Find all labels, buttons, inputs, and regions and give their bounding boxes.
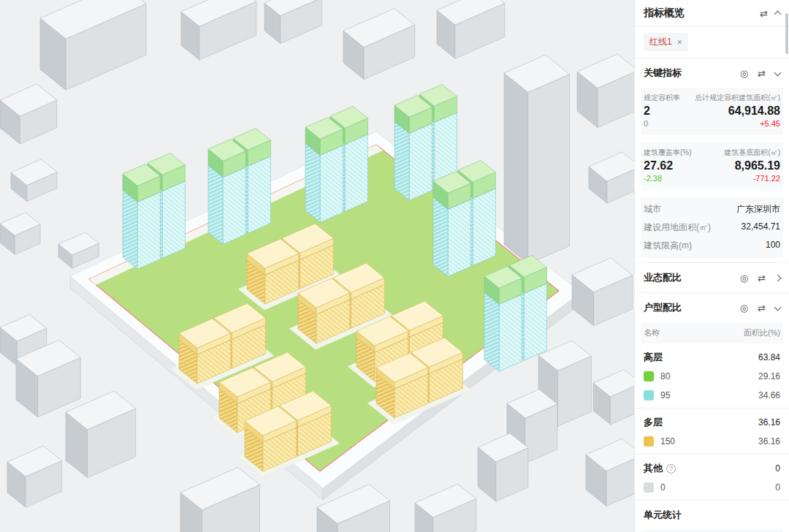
group-multistory: 多层 36.16 (635, 408, 789, 432)
info-row-city: 城市 广东深圳市 (644, 200, 780, 218)
legend-label: 150 (660, 436, 752, 446)
redline-tag-label: 红线1 (649, 36, 672, 48)
metric-label: 规定容积率 (644, 93, 680, 103)
tag-close-icon[interactable]: × (677, 38, 682, 47)
collapse-panel-icon[interactable] (774, 11, 782, 18)
metric-delta: -771.22 (753, 173, 780, 184)
legend-row[interactable]: 0 0 (635, 478, 789, 497)
target-icon[interactable]: ◎ (740, 303, 748, 313)
legend-swatch (644, 436, 654, 446)
target-icon[interactable]: ◎ (740, 273, 748, 283)
legend-label: 95 (660, 390, 752, 400)
legend-row[interactable]: 95 34.66 (635, 386, 789, 405)
compare-icon[interactable]: ⇄ (758, 69, 766, 78)
legend-swatch (644, 390, 654, 400)
info-value: 32,454.71 (742, 221, 780, 234)
site-info-card: 城市 广东深圳市 建设用地面积(㎡) 32,454.71 建筑限高(m) 100 (641, 197, 783, 258)
info-value: 100 (766, 240, 780, 252)
chevron-down-icon[interactable] (774, 69, 782, 76)
column-name: 名称 (644, 327, 660, 338)
legend-label: 80 (660, 371, 752, 381)
section-format-ratio: 业态配比 ◎ ⇄ (635, 263, 789, 292)
section-key-metrics-title: 关键指标 (644, 66, 740, 80)
metric-delta: +5.45 (760, 118, 780, 129)
swap-panel-icon[interactable]: ⇄ (760, 9, 768, 18)
help-icon[interactable]: ? (666, 464, 676, 474)
metric-card-far: 规定容积率 总计规定容积建筑面积(㎡) 2 64,914.88 0 +5.45 (641, 88, 783, 135)
info-row-land-area: 建设用地面积(㎡) 32,454.71 (644, 218, 780, 237)
group-total: 36.16 (758, 417, 780, 428)
group-name-text: 其他 (644, 462, 663, 475)
legend-value: 0 (775, 482, 780, 493)
compare-icon[interactable]: ⇄ (758, 273, 766, 283)
legend-label: 0 (660, 482, 769, 493)
legend-swatch (644, 371, 654, 381)
legend-value: 34.66 (758, 390, 780, 400)
group-name: 高层 (644, 351, 663, 364)
compare-icon[interactable]: ⇄ (758, 303, 766, 313)
app-window: 指标概览 ⇄ 红线1 × 关键指标 ◎ ⇄ 规定容积率 (0, 0, 789, 532)
unit-type-table-header: 名称 面积比(%) (641, 322, 783, 343)
section-unit-type-ratio: 户型配比 ◎ ⇄ (635, 293, 789, 322)
legend-row[interactable]: 80 29.16 (635, 367, 789, 386)
section-format-ratio-title: 业态配比 (644, 271, 740, 284)
info-label: 建设用地面积(㎡) (644, 221, 711, 234)
redline-tag[interactable]: 红线1 × (644, 33, 688, 51)
info-value: 广东深圳市 (736, 203, 780, 216)
legend-row[interactable]: 150 36.16 (635, 432, 789, 451)
legend-swatch (644, 482, 654, 493)
metric-card-coverage: 建筑覆盖率(%) 建筑基底面积(㎡) 27.62 8,965.19 -2.38 … (641, 142, 783, 190)
group-name: 多层 (644, 416, 663, 429)
indicator-overview-panel: 指标概览 ⇄ 红线1 × 关键指标 ◎ ⇄ 规定容积率 (634, 0, 789, 532)
group-highrise: 高层 63.84 (635, 343, 789, 367)
metric-label: 建筑覆盖率(%) (644, 148, 692, 158)
chevron-right-icon[interactable] (774, 274, 782, 281)
info-label: 建筑限高(m) (644, 240, 692, 252)
metric-delta: -2.38 (644, 173, 662, 184)
group-other: 其他 ? 0 (635, 455, 789, 478)
metric-delta: 0 (644, 118, 648, 129)
group-name: 其他 ? (644, 462, 676, 475)
legend-value: 29.16 (758, 371, 780, 381)
section-key-metrics: 关键指标 ◎ ⇄ (635, 58, 789, 88)
section-unit-statistics-title: 单元统计 (644, 509, 780, 522)
section-unit-statistics: 单元统计 (635, 501, 789, 530)
metric-label: 总计规定容积建筑面积(㎡) (695, 93, 780, 103)
info-row-height-limit: 建筑限高(m) 100 (644, 237, 780, 255)
metric-value: 27.62 (644, 158, 673, 173)
chevron-down-icon[interactable] (774, 303, 782, 311)
target-icon[interactable]: ◎ (740, 69, 748, 78)
panel-title: 指标概览 (644, 7, 685, 20)
metric-value: 64,914.88 (728, 103, 780, 118)
panel-scrollbar[interactable] (785, 13, 788, 54)
city-3d-scene[interactable] (0, 0, 634, 532)
section-unit-type-ratio-title: 户型配比 (644, 301, 740, 314)
info-label: 城市 (644, 203, 661, 216)
metric-value: 8,965.19 (735, 158, 780, 173)
group-total: 63.84 (758, 352, 780, 362)
legend-value: 36.16 (758, 436, 780, 446)
city-3d-viewport[interactable] (0, 0, 634, 532)
metric-label: 建筑基底面积(㎡) (724, 148, 780, 158)
metric-value: 2 (644, 103, 650, 118)
column-ratio: 面积比(%) (744, 327, 780, 338)
group-total: 0 (775, 463, 780, 474)
